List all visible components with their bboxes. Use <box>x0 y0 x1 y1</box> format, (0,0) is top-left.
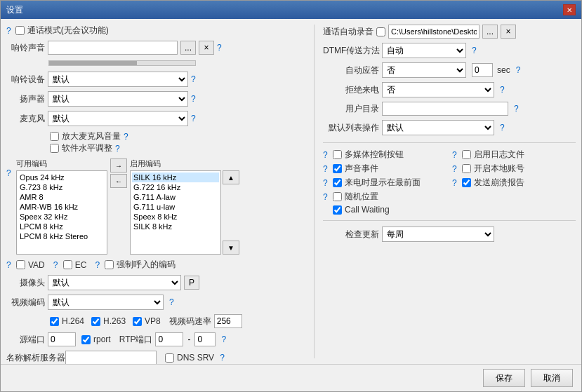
rtp-end-input[interactable] <box>194 332 216 346</box>
close-button[interactable]: ✕ <box>563 4 576 15</box>
auto-record-checkbox[interactable] <box>376 27 385 36</box>
codec-item[interactable]: LPCM 8 kHz Stereo <box>18 231 105 241</box>
codec-item[interactable]: Speex 8 kHz <box>132 212 219 222</box>
dns-input[interactable] <box>65 351 157 364</box>
ringtone-input[interactable] <box>48 41 178 55</box>
codec-left-help[interactable]: ? <box>6 168 13 178</box>
ringtone-help[interactable]: ? <box>217 43 224 53</box>
random-pos-checkbox[interactable] <box>333 192 342 201</box>
save-button[interactable]: 保存 <box>483 369 525 387</box>
vp8-checkbox[interactable] <box>133 317 142 326</box>
auto-record-delete-btn[interactable]: × <box>501 25 516 39</box>
volume-slider[interactable] <box>48 60 196 66</box>
dns-srv-checkbox[interactable] <box>165 353 174 363</box>
codec-item[interactable]: AMR 8 <box>18 192 105 202</box>
source-port-help[interactable]: ? <box>221 334 228 344</box>
default-list-select[interactable]: 默认 <box>382 120 494 135</box>
microphone-label: 麦克风 <box>6 113 45 125</box>
crash-report-checkbox[interactable] <box>462 178 471 187</box>
local-account-checkbox[interactable] <box>462 164 471 173</box>
reject-select[interactable]: 否 <box>382 82 494 97</box>
conference-mode-checkbox[interactable] <box>15 26 25 35</box>
vad-help[interactable]: ? <box>6 260 13 270</box>
codec-item[interactable]: G.722 16 kHz <box>132 182 219 192</box>
conference-help-link[interactable]: ? <box>6 26 11 36</box>
software-help[interactable]: ? <box>115 144 122 154</box>
auto-answer-select[interactable]: 否 <box>382 62 466 78</box>
call-waiting-checkbox[interactable] <box>333 205 342 215</box>
move-right-btn[interactable]: → <box>110 158 127 173</box>
user-dir-input[interactable] <box>382 102 508 116</box>
multimedia-checkbox[interactable] <box>333 150 342 159</box>
rtp-input[interactable] <box>155 332 183 346</box>
force-codec-help[interactable]: ? <box>95 260 102 270</box>
auto-answer-help[interactable]: ? <box>516 65 523 75</box>
ec-checkbox[interactable] <box>63 260 72 269</box>
auto-answer-sec-input[interactable] <box>472 63 493 77</box>
default-list-help[interactable]: ? <box>500 123 507 133</box>
source-port-input[interactable] <box>48 332 76 346</box>
reject-help[interactable]: ? <box>500 85 507 95</box>
video-codec-help[interactable]: ? <box>169 297 176 307</box>
software-checkbox[interactable] <box>50 144 59 153</box>
speaker-select[interactable]: 默认 <box>48 91 188 107</box>
cancel-button[interactable]: 取消 <box>531 369 573 387</box>
ec-help[interactable]: ? <box>53 260 60 270</box>
h263-checkbox[interactable] <box>91 317 100 326</box>
codec-down-btn[interactable]: ▼ <box>223 241 239 255</box>
amp-help[interactable]: ? <box>124 132 131 142</box>
bitrate-input[interactable] <box>214 314 242 328</box>
auto-record-browse-btn[interactable]: ... <box>482 25 498 39</box>
speaker-help[interactable]: ? <box>191 94 198 104</box>
codec-item[interactable]: G.711 u-law <box>132 202 219 212</box>
dns-help[interactable]: ? <box>220 353 227 363</box>
multimedia-help[interactable]: ? <box>323 150 330 160</box>
check-update-select[interactable]: 每周 <box>382 227 494 242</box>
source-port-row: 源端口 rport RTP端口 - ? <box>6 332 305 346</box>
dtmf-select[interactable]: 自动 <box>382 43 466 58</box>
ring-device-help[interactable]: ? <box>191 74 198 84</box>
codec-item[interactable]: G.723 8 kHz <box>18 182 105 192</box>
ring-device-select[interactable]: 默认 <box>48 72 188 87</box>
codec-item[interactable]: SILK 8 kHz <box>132 222 219 231</box>
ringtone-browse-btn[interactable]: ... <box>180 41 196 55</box>
title-bar: 设置 ✕ <box>1 1 581 19</box>
log-file-checkbox[interactable] <box>462 150 471 159</box>
codec-item[interactable]: AMR-WB 16 kHz <box>18 202 105 212</box>
camera-select[interactable]: 默认 <box>48 275 181 290</box>
video-codec-select[interactable]: 默认 <box>48 295 164 310</box>
vad-checkbox[interactable] <box>16 260 25 269</box>
show-front-checkbox[interactable] <box>333 178 342 187</box>
random-pos-help[interactable]: ? <box>323 192 330 202</box>
crash-report-help[interactable]: ? <box>452 178 459 188</box>
log-file-help[interactable]: ? <box>452 150 459 160</box>
microphone-select[interactable]: 默认 <box>48 111 188 126</box>
amp-checkbox[interactable] <box>50 132 59 141</box>
codec-item[interactable]: G.711 A-law <box>132 192 219 202</box>
rport-checkbox[interactable] <box>81 335 91 344</box>
show-front-help[interactable]: ? <box>323 178 330 188</box>
codec-up-btn[interactable]: ▲ <box>223 170 239 184</box>
enabled-codec-list[interactable]: SILK 16 kHz G.722 16 kHz G.711 A-law G.7… <box>130 170 221 255</box>
dtmf-help[interactable]: ? <box>472 46 479 55</box>
ringtone-delete-btn[interactable]: × <box>199 41 214 55</box>
codec-item[interactable]: LPCM 8 kHz <box>18 222 105 231</box>
codec-order-controls: ▲ ▼ <box>223 170 239 255</box>
ec-label: EC <box>75 260 87 270</box>
codec-item[interactable]: SILK 16 kHz <box>132 173 219 182</box>
microphone-help[interactable]: ? <box>191 114 198 123</box>
auto-record-path[interactable] <box>388 25 480 39</box>
local-account-help[interactable]: ? <box>452 164 459 174</box>
available-codec-list[interactable]: Opus 24 kHz G.723 8 kHz AMR 8 AMR-WB 16 … <box>16 170 107 255</box>
codec-item[interactable]: Opus 24 kHz <box>18 173 105 182</box>
force-codec-checkbox[interactable] <box>105 260 114 269</box>
local-account-label: 开启本地账号 <box>474 163 524 175</box>
codec-item[interactable]: Speex 32 kHz <box>18 212 105 222</box>
sound-events-help[interactable]: ? <box>323 164 330 174</box>
user-dir-help[interactable]: ? <box>514 104 521 114</box>
sound-events-checkbox[interactable] <box>333 164 342 173</box>
move-left-btn[interactable]: ← <box>110 174 127 188</box>
camera-p-btn[interactable]: P <box>184 276 199 290</box>
dns-row: 名称解析服务器 DNS SRV ? <box>6 351 305 364</box>
h264-checkbox[interactable] <box>50 317 59 326</box>
